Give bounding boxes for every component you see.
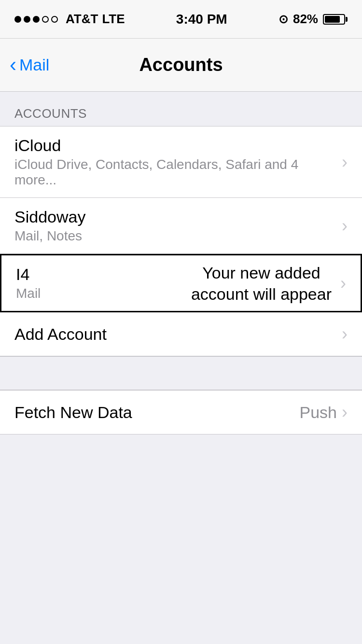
fetch-data-right: Push ›	[300, 402, 348, 422]
fetch-data-title: Fetch New Data	[14, 403, 300, 422]
i4-chevron-icon: ›	[340, 273, 346, 294]
icloud-chevron-icon: ›	[342, 152, 348, 172]
page-title: Accounts	[0, 55, 362, 75]
signal-dot-3	[33, 16, 40, 23]
carrier-name: AT&T	[66, 12, 98, 27]
signal-dot-2	[24, 16, 30, 23]
back-label: Mail	[19, 56, 49, 74]
signal-dot-5	[51, 16, 58, 23]
signal-dot-1	[14, 16, 21, 23]
siddoway-title: Siddoway	[14, 208, 342, 226]
siddoway-content: Siddoway Mail, Notes	[14, 208, 342, 244]
icloud-content: iCloud iCloud Drive, Contacts, Calendars…	[14, 136, 342, 188]
signal-dot-4	[42, 16, 49, 23]
siddoway-subtitle: Mail, Notes	[14, 228, 342, 244]
battery-icon	[323, 14, 348, 25]
add-account-content: Add Account	[14, 325, 342, 344]
siddoway-chevron-icon: ›	[342, 216, 348, 236]
tooltip-overlay: Your new added account will appear	[191, 262, 332, 304]
icloud-right: ›	[342, 152, 348, 172]
fetch-data-value: Push	[300, 403, 337, 422]
tooltip-line2: account will appear	[191, 285, 332, 303]
bottom-fill	[0, 434, 362, 628]
list-item-fetch-data[interactable]: Fetch New Data Push ›	[0, 391, 362, 434]
signal-dots	[14, 16, 58, 23]
section-spacer	[0, 356, 362, 390]
lock-icon: ⊙	[278, 13, 288, 26]
list-item-i4[interactable]: I4 Mail Your new added account will appe…	[0, 254, 362, 312]
fetch-data-list: Fetch New Data Push ›	[0, 390, 362, 434]
list-item-icloud[interactable]: iCloud iCloud Drive, Contacts, Calendars…	[0, 126, 362, 198]
fetch-data-chevron-icon: ›	[342, 402, 348, 422]
battery-percentage: 82%	[293, 12, 318, 27]
list-item-siddoway[interactable]: Siddoway Mail, Notes ›	[0, 198, 362, 254]
add-account-title: Add Account	[14, 325, 342, 344]
add-account-chevron-icon: ›	[342, 324, 348, 344]
nav-bar: ‹ Mail Accounts	[0, 39, 362, 92]
back-button[interactable]: ‹ Mail	[0, 56, 49, 75]
tooltip-line1: Your new added	[202, 263, 320, 281]
network-type: LTE	[102, 12, 125, 27]
back-chevron-icon: ‹	[10, 55, 16, 75]
siddoway-right: ›	[342, 216, 348, 236]
accounts-list: iCloud iCloud Drive, Contacts, Calendars…	[0, 126, 362, 356]
status-time: 3:40 PM	[176, 12, 227, 27]
status-left: AT&T LTE	[14, 12, 125, 27]
i4-right: ›	[340, 273, 346, 294]
icloud-subtitle: iCloud Drive, Contacts, Calendars, Safar…	[14, 157, 342, 188]
fetch-data-content: Fetch New Data	[14, 403, 300, 422]
accounts-section-header: ACCOUNTS	[0, 92, 362, 126]
add-account-right: ›	[342, 324, 348, 344]
status-right: ⊙ 82%	[278, 12, 348, 27]
icloud-title: iCloud	[14, 136, 342, 155]
list-item-add-account[interactable]: Add Account ›	[0, 312, 362, 356]
status-bar: AT&T LTE 3:40 PM ⊙ 82%	[0, 0, 362, 39]
